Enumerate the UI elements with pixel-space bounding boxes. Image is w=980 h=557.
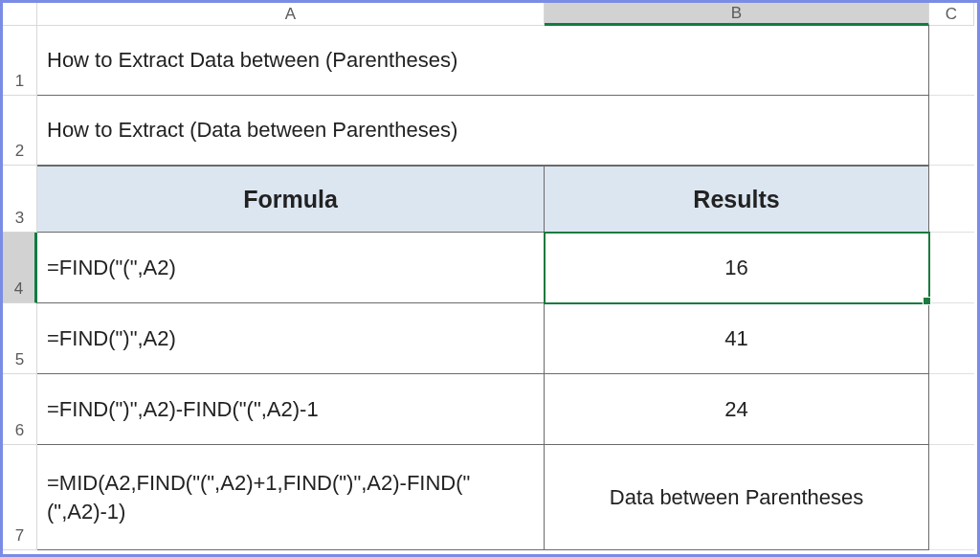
cell-A4[interactable]: =FIND("(",A2) <box>37 233 545 303</box>
row-header-2[interactable]: 2 <box>3 96 37 166</box>
select-all-corner[interactable] <box>3 3 37 26</box>
row-header-3[interactable]: 3 <box>3 166 37 233</box>
cell-C3[interactable] <box>929 166 974 233</box>
cell-A2[interactable]: How to Extract (Data between Parentheses… <box>37 96 929 166</box>
row-header-7[interactable]: 7 <box>3 445 37 550</box>
cell-C6[interactable] <box>929 374 974 445</box>
cell-A7[interactable]: =MID(A2,FIND("(",A2)+1,FIND(")",A2)-FIND… <box>37 445 545 550</box>
row-header-6[interactable]: 6 <box>3 374 37 445</box>
cell-C5[interactable] <box>929 303 974 374</box>
row-header-4[interactable]: 4 <box>3 233 37 303</box>
col-header-B[interactable]: B <box>545 3 929 26</box>
cell-A6[interactable]: =FIND(")",A2)-FIND("(",A2)-1 <box>37 374 545 445</box>
row-header-5[interactable]: 5 <box>3 303 37 374</box>
spreadsheet-grid: A B C 1 How to Extract Data between (Par… <box>3 3 977 554</box>
cell-C7[interactable] <box>929 445 974 550</box>
cell-B6[interactable]: 24 <box>545 374 929 445</box>
cell-B7[interactable]: Data between Parentheses <box>545 445 929 550</box>
cell-A1[interactable]: How to Extract Data between (Parentheses… <box>37 26 929 96</box>
cell-C2[interactable] <box>929 96 974 166</box>
row-header-1[interactable]: 1 <box>3 26 37 96</box>
cell-B3[interactable]: Results <box>545 166 929 233</box>
cell-A5[interactable]: =FIND(")",A2) <box>37 303 545 374</box>
cell-C1[interactable] <box>929 26 974 96</box>
cell-B5[interactable]: 41 <box>545 303 929 374</box>
col-header-A[interactable]: A <box>37 3 545 26</box>
cell-C4[interactable] <box>929 233 974 303</box>
cell-A3[interactable]: Formula <box>37 166 545 233</box>
col-header-C[interactable]: C <box>929 3 974 26</box>
cell-B4[interactable]: 16 <box>545 233 929 303</box>
